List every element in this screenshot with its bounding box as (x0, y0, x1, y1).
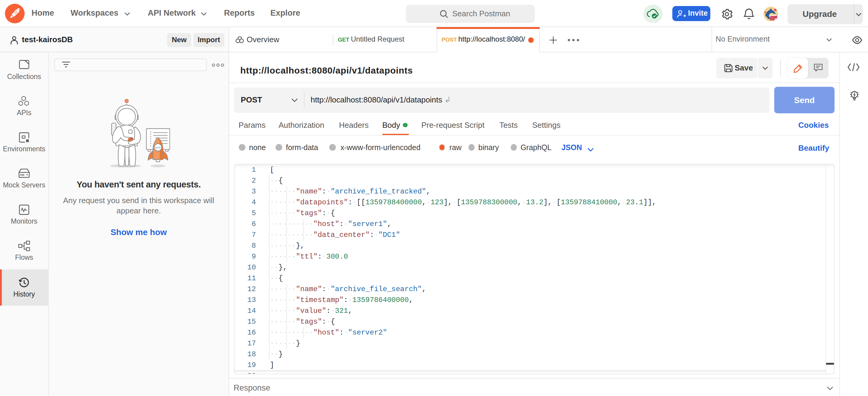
svg-text:</>: </> (155, 146, 161, 150)
